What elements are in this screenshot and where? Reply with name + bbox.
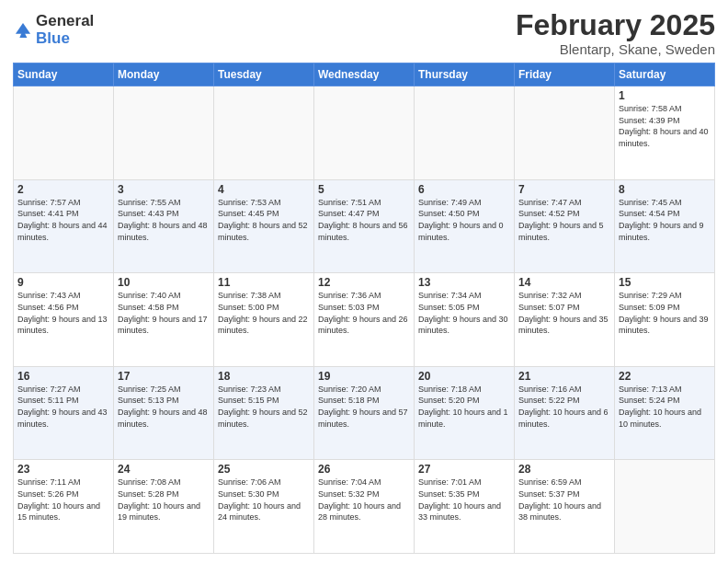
day-number: 1 [619,89,711,102]
day-number: 27 [418,463,510,476]
day-info: Sunrise: 7:43 AM Sunset: 4:56 PM Dayligh… [17,290,109,336]
table-row: 27Sunrise: 7:01 AM Sunset: 5:35 PM Dayli… [415,460,515,554]
day-info: Sunrise: 7:36 AM Sunset: 5:03 PM Dayligh… [318,290,410,336]
table-row [415,86,515,180]
day-number: 19 [318,370,410,383]
day-info: Sunrise: 7:45 AM Sunset: 4:54 PM Dayligh… [619,197,711,243]
day-number: 23 [17,463,109,476]
day-info: Sunrise: 7:53 AM Sunset: 4:45 PM Dayligh… [218,197,310,243]
calendar-subtitle: Blentarp, Skane, Sweden [516,41,715,57]
day-info: Sunrise: 7:34 AM Sunset: 5:05 PM Dayligh… [418,290,510,336]
calendar-week-row: 1Sunrise: 7:58 AM Sunset: 4:39 PM Daylig… [14,86,715,180]
table-row: 10Sunrise: 7:40 AM Sunset: 4:58 PM Dayli… [114,273,214,367]
day-info: Sunrise: 7:16 AM Sunset: 5:22 PM Dayligh… [518,384,610,430]
calendar-week-row: 16Sunrise: 7:27 AM Sunset: 5:11 PM Dayli… [14,366,715,460]
day-number: 28 [518,463,610,476]
header-sunday: Sunday [14,63,114,86]
table-row: 28Sunrise: 6:59 AM Sunset: 5:37 PM Dayli… [515,460,615,554]
day-info: Sunrise: 7:49 AM Sunset: 4:50 PM Dayligh… [418,197,510,243]
header-wednesday: Wednesday [314,63,415,86]
day-number: 16 [17,370,109,383]
table-row: 9Sunrise: 7:43 AM Sunset: 4:56 PM Daylig… [14,273,114,367]
table-row: 24Sunrise: 7:08 AM Sunset: 5:28 PM Dayli… [114,460,214,554]
table-row: 4Sunrise: 7:53 AM Sunset: 4:45 PM Daylig… [214,179,314,273]
day-info: Sunrise: 7:01 AM Sunset: 5:35 PM Dayligh… [418,477,510,523]
day-info: Sunrise: 7:55 AM Sunset: 4:43 PM Dayligh… [118,197,210,243]
table-row: 12Sunrise: 7:36 AM Sunset: 5:03 PM Dayli… [314,273,415,367]
logo-text: General Blue [36,13,94,47]
day-number: 18 [218,370,310,383]
table-row: 16Sunrise: 7:27 AM Sunset: 5:11 PM Dayli… [14,366,114,460]
table-row [14,86,114,180]
day-number: 7 [518,183,610,196]
day-info: Sunrise: 7:20 AM Sunset: 5:18 PM Dayligh… [318,384,410,430]
table-row: 19Sunrise: 7:20 AM Sunset: 5:18 PM Dayli… [314,366,415,460]
calendar-week-row: 23Sunrise: 7:11 AM Sunset: 5:26 PM Dayli… [14,460,715,554]
day-info: Sunrise: 7:06 AM Sunset: 5:30 PM Dayligh… [218,477,310,523]
day-number: 20 [418,370,510,383]
day-number: 3 [118,183,210,196]
header-thursday: Thursday [415,63,515,86]
header-monday: Monday [114,63,214,86]
table-row: 25Sunrise: 7:06 AM Sunset: 5:30 PM Dayli… [214,460,314,554]
table-row: 7Sunrise: 7:47 AM Sunset: 4:52 PM Daylig… [515,179,615,273]
day-info: Sunrise: 7:27 AM Sunset: 5:11 PM Dayligh… [17,384,109,430]
logo-blue-text: Blue [36,30,94,48]
page-container: General Blue February 2025 Blentarp, Ska… [0,0,728,563]
header-saturday: Saturday [615,63,715,86]
table-row: 1Sunrise: 7:58 AM Sunset: 4:39 PM Daylig… [615,86,715,180]
day-info: Sunrise: 7:18 AM Sunset: 5:20 PM Dayligh… [418,384,510,430]
table-row: 3Sunrise: 7:55 AM Sunset: 4:43 PM Daylig… [114,179,214,273]
day-number: 8 [619,183,711,196]
day-number: 12 [318,276,410,289]
table-row: 21Sunrise: 7:16 AM Sunset: 5:22 PM Dayli… [515,366,615,460]
day-number: 15 [619,276,711,289]
day-number: 11 [218,276,310,289]
table-row: 13Sunrise: 7:34 AM Sunset: 5:05 PM Dayli… [415,273,515,367]
table-row: 23Sunrise: 7:11 AM Sunset: 5:26 PM Dayli… [14,460,114,554]
day-number: 13 [418,276,510,289]
day-number: 9 [17,276,109,289]
calendar-week-row: 9Sunrise: 7:43 AM Sunset: 4:56 PM Daylig… [14,273,715,367]
day-number: 17 [118,370,210,383]
table-row: 14Sunrise: 7:32 AM Sunset: 5:07 PM Dayli… [515,273,615,367]
day-info: Sunrise: 7:08 AM Sunset: 5:28 PM Dayligh… [118,477,210,523]
day-info: Sunrise: 7:29 AM Sunset: 5:09 PM Dayligh… [619,290,711,336]
day-info: Sunrise: 7:47 AM Sunset: 4:52 PM Dayligh… [518,197,610,243]
header: General Blue February 2025 Blentarp, Ska… [13,9,715,57]
calendar-header: Sunday Monday Tuesday Wednesday Thursday… [14,63,715,86]
day-number: 2 [17,183,109,196]
day-number: 26 [318,463,410,476]
table-row: 22Sunrise: 7:13 AM Sunset: 5:24 PM Dayli… [615,366,715,460]
day-number: 24 [118,463,210,476]
day-info: Sunrise: 7:57 AM Sunset: 4:41 PM Dayligh… [17,197,109,243]
table-row [615,460,715,554]
title-block: February 2025 Blentarp, Skane, Sweden [516,9,715,57]
table-row: 5Sunrise: 7:51 AM Sunset: 4:47 PM Daylig… [314,179,415,273]
day-info: Sunrise: 6:59 AM Sunset: 5:37 PM Dayligh… [518,477,610,523]
day-info: Sunrise: 7:38 AM Sunset: 5:00 PM Dayligh… [218,290,310,336]
logo: General Blue [13,13,94,47]
header-tuesday: Tuesday [214,63,314,86]
day-number: 6 [418,183,510,196]
day-info: Sunrise: 7:11 AM Sunset: 5:26 PM Dayligh… [17,477,109,523]
table-row: 15Sunrise: 7:29 AM Sunset: 5:09 PM Dayli… [615,273,715,367]
day-number: 14 [518,276,610,289]
table-row [114,86,214,180]
day-number: 22 [619,370,711,383]
table-row: 6Sunrise: 7:49 AM Sunset: 4:50 PM Daylig… [415,179,515,273]
table-row [214,86,314,180]
day-number: 5 [318,183,410,196]
table-row: 17Sunrise: 7:25 AM Sunset: 5:13 PM Dayli… [114,366,214,460]
day-info: Sunrise: 7:58 AM Sunset: 4:39 PM Dayligh… [619,103,711,149]
table-row [314,86,415,180]
logo-icon [13,20,33,40]
day-info: Sunrise: 7:40 AM Sunset: 4:58 PM Dayligh… [118,290,210,336]
calendar-title: February 2025 [516,9,715,41]
day-info: Sunrise: 7:23 AM Sunset: 5:15 PM Dayligh… [218,384,310,430]
table-row: 2Sunrise: 7:57 AM Sunset: 4:41 PM Daylig… [14,179,114,273]
table-row: 18Sunrise: 7:23 AM Sunset: 5:15 PM Dayli… [214,366,314,460]
table-row: 11Sunrise: 7:38 AM Sunset: 5:00 PM Dayli… [214,273,314,367]
day-number: 10 [118,276,210,289]
header-friday: Friday [515,63,615,86]
